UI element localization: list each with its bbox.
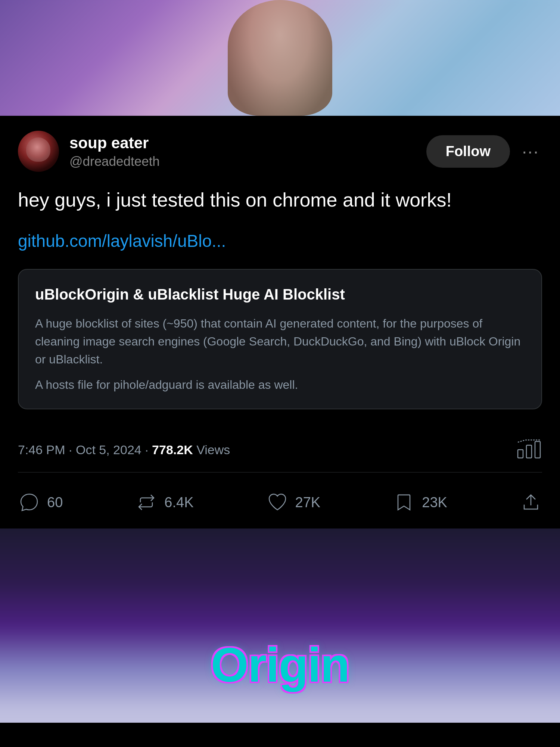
svg-rect-0 (518, 450, 523, 458)
views-label: Views (196, 443, 230, 457)
comment-count: 60 (47, 495, 63, 511)
retweet-icon (135, 491, 158, 514)
tweet-body: hey guys, i just tested this on chrome a… (18, 187, 542, 213)
comment-button[interactable]: 60 (18, 491, 63, 514)
svg-rect-1 (526, 445, 532, 458)
user-row: soup eater @dreadedteeth Follow ··· (18, 131, 542, 172)
user-actions: Follow ··· (426, 135, 542, 168)
timestamp: 7:46 PM · Oct 5, 2024 · 778.2K Views (18, 443, 230, 457)
more-options-button[interactable]: ··· (519, 138, 542, 165)
user-info-section: soup eater @dreadedteeth (18, 131, 160, 172)
share-button[interactable] (520, 491, 542, 514)
tweet-link[interactable]: github.com/laylavish/uBlo... (18, 231, 542, 251)
like-button[interactable]: 27K (266, 491, 321, 514)
analytics-icon[interactable] (516, 438, 542, 461)
like-icon (266, 491, 289, 514)
bottom-video-section: Origin (0, 529, 560, 723)
link-card-description-1: A huge blocklist of sites (~950) that co… (35, 314, 525, 368)
bookmark-icon (393, 491, 415, 514)
profile-banner (0, 0, 560, 116)
comment-icon (18, 491, 40, 514)
timestamp-row: 7:46 PM · Oct 5, 2024 · 778.2K Views (18, 427, 542, 472)
like-count: 27K (295, 495, 321, 511)
views-count: 778.2K (152, 443, 193, 457)
bookmark-count: 23K (422, 495, 447, 511)
link-card[interactable]: uBlockOrigin & uBlacklist Huge AI Blockl… (18, 269, 542, 409)
user-handle[interactable]: @dreadedteeth (69, 154, 160, 169)
overlay-text: Origin (211, 637, 349, 693)
link-card-title: uBlockOrigin & uBlacklist Huge AI Blockl… (35, 285, 525, 304)
retweet-button[interactable]: 6.4K (135, 491, 193, 514)
user-details: soup eater @dreadedteeth (69, 134, 160, 169)
link-card-description-2: A hosts file for pihole/adguard is avail… (35, 376, 525, 394)
follow-button[interactable]: Follow (426, 135, 510, 168)
svg-rect-2 (535, 441, 540, 458)
engagement-row: 60 6.4K 27K (18, 484, 542, 529)
retweet-count: 6.4K (164, 495, 193, 511)
tweet-card: soup eater @dreadedteeth Follow ··· hey … (0, 116, 560, 529)
user-display-name[interactable]: soup eater (69, 134, 160, 152)
avatar[interactable] (18, 131, 59, 172)
share-icon (520, 491, 542, 514)
bookmark-button[interactable]: 23K (393, 491, 447, 514)
